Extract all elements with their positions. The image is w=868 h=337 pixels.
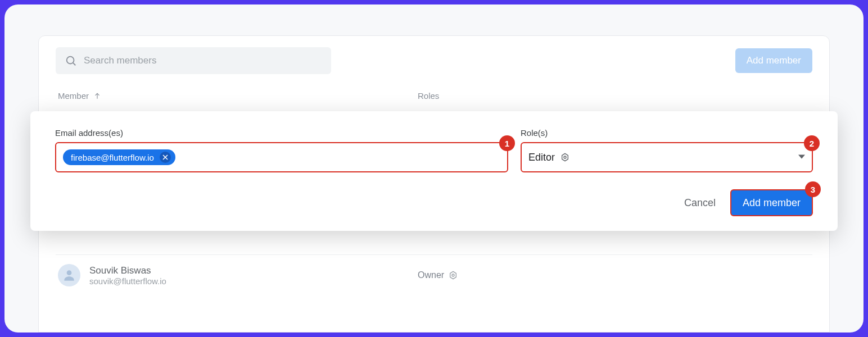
role-label: Owner (418, 270, 444, 280)
modal-actions: Cancel Add member 3 (55, 189, 813, 216)
svg-marker-10 (798, 154, 805, 158)
sort-asc-icon (93, 92, 101, 100)
email-chip[interactable]: firebase@flutterflow.io (63, 149, 175, 165)
svg-point-0 (67, 57, 74, 64)
member-info: Souvik Biswas souvik@flutterflow.io (89, 265, 166, 286)
annotation-badge-1: 1 (499, 135, 515, 151)
svg-marker-4 (450, 271, 456, 279)
role-field-label: Role(s) (521, 128, 813, 138)
column-header-member-label: Member (58, 91, 89, 101)
svg-point-9 (564, 156, 566, 158)
role-cell: Owner (418, 270, 458, 280)
svg-marker-8 (562, 153, 568, 161)
cancel-button[interactable]: Cancel (684, 197, 716, 209)
column-header-roles-label: Roles (418, 91, 439, 101)
annotation-badge-2: 2 (804, 135, 820, 151)
svg-point-5 (452, 274, 454, 276)
table-header: Member Roles (56, 91, 812, 110)
email-input[interactable]: firebase@flutterflow.io 1 (55, 142, 508, 172)
email-chip-text: firebase@flutterflow.io (71, 153, 154, 162)
chevron-down-icon (798, 152, 805, 162)
settings-hex-icon (560, 153, 569, 162)
settings-hex-icon (449, 271, 458, 280)
add-member-button[interactable]: Add member (730, 189, 813, 216)
member-name: Souvik Biswas (89, 265, 166, 276)
role-field-group: Role(s) Editor 2 (521, 128, 813, 172)
role-selected-text: Editor (528, 152, 555, 163)
role-select[interactable]: Editor 2 (521, 142, 813, 172)
column-header-member[interactable]: Member (58, 91, 418, 101)
column-header-roles[interactable]: Roles (418, 91, 810, 101)
table-row[interactable]: Souvik Biswas souvik@flutterflow.io Owne… (56, 254, 812, 295)
email-field-label: Email address(es) (55, 128, 508, 138)
search-input[interactable] (84, 55, 322, 66)
add-member-modal: Email address(es) firebase@flutterflow.i… (30, 111, 838, 231)
svg-line-1 (73, 63, 75, 65)
search-box[interactable] (56, 47, 331, 74)
email-field-group: Email address(es) firebase@flutterflow.i… (55, 128, 508, 172)
search-icon (65, 54, 77, 67)
avatar (58, 264, 80, 286)
svg-point-3 (67, 270, 72, 275)
toolbar: Add member (56, 47, 812, 74)
add-member-top-button[interactable]: Add member (735, 48, 812, 73)
annotation-badge-3: 3 (805, 181, 821, 197)
remove-chip-icon[interactable] (160, 152, 171, 163)
app-frame: Add member Member Roles Souvik Biswas (4, 4, 864, 333)
member-email: souvik@flutterflow.io (89, 276, 166, 286)
